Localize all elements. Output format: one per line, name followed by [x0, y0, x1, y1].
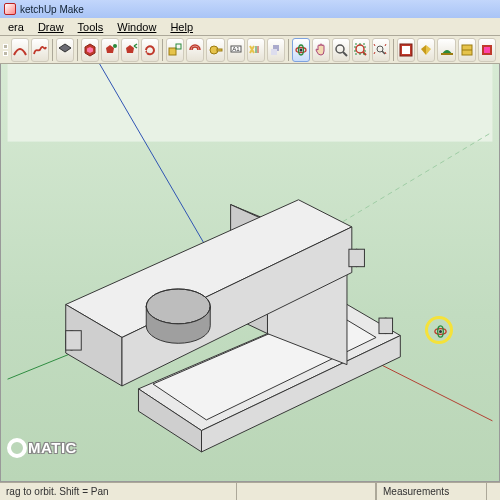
pan-tool[interactable] — [312, 38, 330, 62]
position-camera-tool[interactable] — [397, 38, 415, 62]
status-blank-cell — [236, 483, 376, 500]
toolbar-separator — [77, 39, 78, 61]
tape-measure-tool[interactable] — [206, 38, 224, 62]
menu-draw[interactable]: Draw — [32, 20, 70, 34]
menu-tools[interactable]: Tools — [72, 20, 110, 34]
toolbar: A1 — [0, 36, 500, 64]
viewport[interactable]: MATIC — [0, 64, 500, 482]
svg-point-17 — [299, 48, 302, 51]
circle-tool[interactable] — [81, 38, 99, 62]
toolbar-separator — [393, 39, 394, 61]
title-bar: ketchUp Make — [0, 0, 500, 18]
app-icon — [4, 3, 16, 15]
svg-rect-14 — [271, 49, 277, 55]
svg-rect-32 — [8, 64, 493, 142]
svg-point-18 — [336, 45, 344, 53]
svg-line-19 — [343, 52, 347, 56]
svg-rect-48 — [349, 249, 365, 266]
svg-point-53 — [439, 330, 442, 333]
toolbar-separator — [52, 39, 53, 61]
text-tool[interactable] — [247, 38, 265, 62]
menu-camera[interactable]: era — [2, 20, 30, 34]
zoom-window-tool[interactable] — [372, 38, 390, 62]
scale-tool[interactable] — [166, 38, 184, 62]
zoom-tool[interactable] — [332, 38, 350, 62]
menu-help[interactable]: Help — [164, 20, 199, 34]
svg-rect-50 — [379, 318, 393, 334]
dimension-tool[interactable]: A1 — [227, 38, 245, 62]
measurements-label: Measurements — [376, 483, 486, 500]
orbit-cursor-icon — [433, 324, 448, 339]
svg-marker-4 — [126, 45, 134, 53]
svg-point-3 — [113, 44, 117, 48]
scene-canvas[interactable] — [1, 64, 499, 481]
toolbar-grip[interactable] — [3, 39, 8, 61]
app-title: ketchUp Make — [20, 4, 84, 15]
follow-me-tool[interactable] — [121, 38, 139, 62]
styles-tool[interactable] — [478, 38, 496, 62]
arc-tool[interactable] — [11, 38, 29, 62]
offset-tool[interactable] — [186, 38, 204, 62]
toolbar-separator — [288, 39, 289, 61]
rectangle-tool[interactable] — [56, 38, 74, 62]
menu-bar: era Draw Tools Window Help — [0, 18, 500, 36]
section-plane-tool[interactable] — [458, 38, 476, 62]
svg-rect-26 — [402, 46, 410, 54]
svg-marker-2 — [106, 45, 114, 53]
menu-window[interactable]: Window — [111, 20, 162, 34]
look-around-tool[interactable] — [417, 38, 435, 62]
svg-text:A1: A1 — [232, 46, 240, 52]
freehand-tool[interactable] — [31, 38, 49, 62]
svg-rect-31 — [484, 47, 490, 53]
status-bar: rag to orbit. Shift = Pan Measurements — [0, 482, 500, 500]
polygon-tool[interactable] — [101, 38, 119, 62]
svg-rect-5 — [169, 48, 176, 55]
svg-rect-27 — [441, 53, 453, 55]
svg-rect-6 — [176, 44, 181, 49]
zoom-extents-tool[interactable] — [352, 38, 370, 62]
axes-tool[interactable] — [267, 38, 285, 62]
measurements-value[interactable] — [486, 483, 500, 500]
toolbar-separator — [162, 39, 163, 61]
status-hint: rag to orbit. Shift = Pan — [0, 483, 115, 500]
orbit-tool[interactable] — [292, 38, 310, 62]
svg-rect-8 — [217, 49, 222, 51]
svg-line-24 — [382, 51, 385, 54]
svg-rect-46 — [66, 331, 82, 350]
rotate-tool[interactable] — [141, 38, 159, 62]
svg-point-20 — [356, 45, 364, 53]
walk-tool[interactable] — [437, 38, 455, 62]
